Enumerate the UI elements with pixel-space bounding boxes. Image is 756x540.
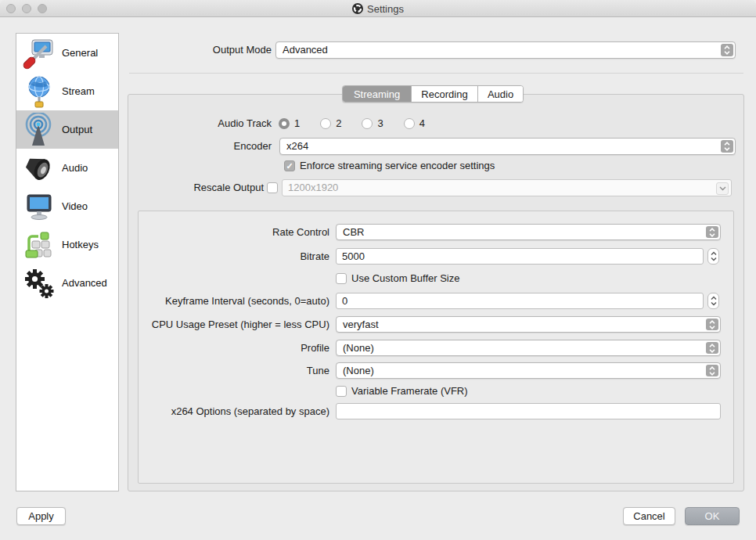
audio-track-option-label: 4: [419, 117, 425, 129]
x264-options-label: x264 Options (separated by space): [139, 403, 329, 420]
chevron-up-down-icon: [706, 342, 718, 354]
sidebar-item-video[interactable]: Video: [16, 187, 118, 225]
vfr-checkbox[interactable]: [336, 386, 347, 397]
rescale-resolution-value: 1200x1920: [288, 182, 338, 193]
audio-track-radio-4[interactable]: [404, 118, 415, 129]
profile-value: (None): [343, 342, 374, 354]
chevron-up-down-icon: [721, 44, 733, 56]
stream-icon: [22, 74, 56, 109]
custom-buffer-label: Use Custom Buffer Size: [351, 272, 459, 285]
chevron-up-down-icon: [706, 226, 718, 238]
vfr-label: Variable Framerate (VFR): [351, 385, 468, 398]
x264-options-input[interactable]: [336, 403, 721, 419]
rate-control-label: Rate Control: [139, 224, 329, 241]
chevron-up-down-icon: [706, 365, 718, 376]
tune-select[interactable]: (None): [336, 362, 721, 379]
sidebar-item-label: Video: [62, 200, 88, 212]
encoder-settings-group: Rate Control CBR Bitrate Use Custom Buff…: [138, 211, 734, 484]
output-tabs: Streaming Recording Audio: [342, 85, 524, 103]
window-title: Settings: [367, 3, 404, 15]
bitrate-label: Bitrate: [139, 248, 329, 265]
audio-track-radio-2[interactable]: [320, 118, 331, 129]
output-mode-label: Output Mode: [129, 41, 272, 59]
tab-label: Streaming: [354, 88, 400, 100]
sidebar-item-hotkeys[interactable]: Hotkeys: [16, 225, 118, 264]
bitrate-stepper[interactable]: [707, 248, 719, 265]
sidebar-item-advanced[interactable]: Advanced: [16, 264, 118, 302]
enforce-encoder-label: Enforce streaming service encoder settin…: [300, 160, 495, 172]
bitrate-input[interactable]: [336, 248, 704, 265]
enforce-encoder-checkbox[interactable]: ✓: [284, 160, 295, 171]
tab-audio[interactable]: Audio: [477, 86, 523, 102]
rescale-output-checkbox[interactable]: [267, 182, 278, 193]
sidebar-item-label: General: [62, 47, 98, 59]
tune-label: Tune: [139, 362, 329, 380]
keyframe-interval-label: Keyframe Interval (seconds, 0=auto): [139, 293, 329, 310]
ok-button[interactable]: OK: [685, 507, 740, 525]
tune-value: (None): [343, 365, 374, 376]
obs-logo-icon: [352, 3, 363, 14]
sidebar-item-label: Audio: [62, 162, 88, 174]
cancel-button[interactable]: Cancel: [623, 507, 675, 525]
cpu-preset-value: veryfast: [343, 319, 379, 330]
audio-track-option-label: 2: [336, 117, 341, 129]
rescale-output-label: Rescale Output: [129, 179, 264, 196]
audio-track-label: Audio Track: [129, 115, 272, 132]
encoder-select[interactable]: x264: [279, 138, 736, 155]
audio-track-radiogroup: 1 2 3 4: [279, 117, 425, 129]
cpu-preset-select[interactable]: veryfast: [336, 316, 721, 333]
cpu-preset-label: CPU Usage Preset (higher = less CPU): [139, 316, 329, 333]
profile-select[interactable]: (None): [336, 340, 721, 356]
output-mode-select[interactable]: Advanced: [275, 41, 736, 59]
chevron-up-down-icon: [721, 140, 733, 153]
sidebar-item-label: Hotkeys: [62, 239, 99, 250]
sidebar-item-label: Stream: [62, 85, 95, 97]
output-icon: [22, 113, 56, 147]
video-icon: [22, 189, 56, 224]
sidebar-item-audio[interactable]: Audio: [16, 149, 118, 187]
sidebar-item-label: Advanced: [62, 277, 107, 289]
encoder-label: Encoder: [129, 138, 272, 155]
audio-track-option-label: 3: [377, 117, 383, 129]
tab-streaming[interactable]: Streaming: [343, 86, 411, 102]
chevron-down-icon: [716, 182, 729, 195]
sidebar-item-stream[interactable]: Stream: [16, 72, 118, 110]
settings-sidebar: General Stream Output: [16, 33, 119, 491]
audio-icon: [22, 151, 56, 185]
tab-label: Recording: [421, 88, 467, 100]
rate-control-select[interactable]: CBR: [336, 224, 721, 240]
audio-track-option-label: 1: [294, 117, 300, 129]
keyframe-interval-stepper[interactable]: [707, 293, 719, 309]
rate-control-value: CBR: [343, 226, 364, 238]
window-title-area: Settings: [0, 0, 756, 17]
tab-recording[interactable]: Recording: [411, 86, 477, 102]
custom-buffer-checkbox[interactable]: [336, 273, 347, 284]
tab-label: Audio: [488, 88, 513, 100]
title-bar: Settings: [0, 0, 756, 17]
audio-track-radio-1[interactable]: [279, 118, 290, 129]
output-mode-value: Advanced: [283, 44, 328, 56]
sidebar-item-output[interactable]: Output: [16, 110, 118, 149]
chevron-up-down-icon: [706, 319, 718, 330]
apply-button[interactable]: Apply: [16, 507, 66, 525]
keyframe-interval-input[interactable]: [336, 293, 704, 309]
encoder-value: x264: [286, 140, 308, 152]
audio-track-radio-3[interactable]: [362, 118, 373, 129]
hotkeys-icon: [22, 228, 56, 262]
sidebar-item-general[interactable]: General: [16, 34, 118, 72]
general-icon: [22, 36, 56, 70]
section-divider: [129, 73, 743, 74]
profile-label: Profile: [139, 340, 329, 357]
sidebar-item-label: Output: [62, 124, 92, 135]
advanced-icon: [22, 266, 56, 301]
rescale-resolution-combo[interactable]: 1200x1920: [282, 179, 732, 196]
